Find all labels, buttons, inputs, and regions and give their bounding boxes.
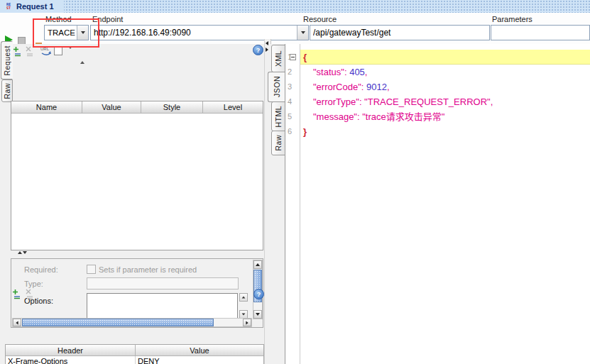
- col-value: Value: [82, 101, 141, 114]
- header-row[interactable]: X-Frame-Options DENY: [6, 356, 263, 364]
- required-hint: Sets if parameter is required: [99, 265, 197, 274]
- current-line-highlight: [300, 50, 590, 65]
- col-header: Header: [6, 345, 136, 356]
- method-select[interactable]: TRACE: [44, 25, 89, 40]
- tab-request-raw[interactable]: Raw: [1, 79, 13, 102]
- col-header-value: Value: [136, 345, 263, 356]
- options-scroll-up-icon[interactable]: [239, 293, 248, 302]
- method-dropdown-arrow-icon[interactable]: [77, 26, 88, 40]
- parameters-label: Parameters: [492, 15, 532, 23]
- tab-xml[interactable]: XML: [271, 45, 285, 72]
- endpoint-dropdown-arrow-icon[interactable]: [297, 26, 308, 40]
- code-line: 3"errorCode": 9012,: [285, 79, 590, 94]
- params-help-icon[interactable]: ?: [253, 45, 263, 55]
- remove-parameter-icon[interactable]: [26, 46, 36, 57]
- grid-view-icon[interactable]: [54, 47, 62, 55]
- tab-html[interactable]: HTML: [271, 101, 285, 131]
- options-field[interactable]: [87, 293, 238, 319]
- code-text: }: [303, 124, 307, 139]
- window-title: Request 1: [16, 2, 54, 11]
- rest-client-window: RE ST Request 1 Method Endpoint Resource…: [0, 0, 590, 364]
- response-headers-table: Header Value X-Frame-Options DENY Strict…: [5, 344, 264, 364]
- endpoint-combo: [90, 25, 309, 40]
- horizontal-scroll-thumb[interactable]: [22, 319, 214, 326]
- url-encode-icon[interactable]: URL: [40, 45, 53, 56]
- resource-combo: [310, 25, 490, 40]
- line-number: 2: [288, 65, 292, 79]
- parameter-details-panel: Required: Sets if parameter is required …: [11, 258, 263, 328]
- code-text: "errorType": "TRACE_REQUEST_ERROR",: [313, 94, 493, 109]
- line-number: 4: [288, 94, 292, 109]
- method-label: Method: [45, 15, 72, 23]
- scroll-up-icon[interactable]: [253, 260, 262, 269]
- header-name-cell[interactable]: X-Frame-Options: [6, 356, 136, 364]
- scroll-down-icon[interactable]: [253, 310, 262, 319]
- scroll-left-icon[interactable]: [13, 319, 21, 326]
- fold-toggle-icon[interactable]: [290, 54, 296, 60]
- scroll-right-icon[interactable]: [243, 319, 251, 326]
- line-number: 6: [288, 124, 292, 139]
- tab-json[interactable]: JSON: [268, 72, 285, 102]
- request-title-tab[interactable]: RE ST Request 1: [0, 0, 64, 13]
- resource-input[interactable]: [310, 28, 489, 38]
- code-line: 1{: [285, 50, 590, 65]
- collapse-right-icon[interactable]: [266, 48, 268, 52]
- header-value-cell[interactable]: DENY: [136, 356, 263, 364]
- col-level: Level: [203, 101, 263, 114]
- tab-response-raw[interactable]: Raw: [271, 131, 285, 155]
- parameters-table: Name Value Style Level: [11, 101, 263, 250]
- line-number: 5: [288, 109, 292, 124]
- type-label: Type:: [24, 280, 43, 288]
- code-text: "status": 405,: [313, 65, 367, 79]
- parameters-combo: [491, 25, 590, 40]
- request-toolbar: Method Endpoint Resource Parameters TRAC…: [0, 13, 590, 45]
- rest-icon: RE ST: [4, 2, 13, 11]
- response-tab-strip: XML JSON HTML Raw: [270, 44, 285, 364]
- details-horizontal-scrollbar[interactable]: [12, 318, 252, 327]
- required-checkbox[interactable]: [87, 265, 96, 274]
- type-field[interactable]: [87, 277, 239, 289]
- code-line: 2"status": 405,: [285, 65, 590, 79]
- endpoint-input[interactable]: [91, 28, 297, 38]
- method-value: TRACE: [45, 28, 77, 37]
- add-parameter-icon[interactable]: [13, 46, 24, 57]
- code-text: "message": "trace请求攻击异常": [313, 109, 444, 124]
- move-up-icon[interactable]: [80, 49, 91, 60]
- col-style: Style: [141, 101, 203, 114]
- code-line: 6}: [285, 124, 590, 139]
- parameters-input[interactable]: [491, 28, 590, 38]
- required-label: Required:: [24, 265, 58, 274]
- headers-table-header: Header Value: [6, 345, 263, 356]
- move-down-icon[interactable]: [68, 49, 79, 60]
- parameters-table-header: Name Value Style Level: [11, 101, 263, 114]
- code-text: "errorCode": 9012,: [313, 79, 390, 94]
- collapse-left-icon[interactable]: [266, 41, 268, 45]
- col-name: Name: [11, 101, 82, 114]
- code-text: {: [303, 50, 307, 65]
- code-line: 4"errorType": "TRACE_REQUEST_ERROR",: [285, 94, 590, 109]
- endpoint-label: Endpoint: [92, 15, 123, 23]
- remove-header-icon[interactable]: [26, 289, 36, 299]
- add-header-icon[interactable]: [13, 289, 23, 299]
- line-number: 3: [288, 79, 292, 94]
- resource-label: Resource: [303, 15, 337, 23]
- code-line: 5"message": "trace请求攻击异常": [285, 109, 590, 124]
- response-body-panel: 1{2"status": 405,3"errorCode": 9012,4"er…: [285, 44, 590, 364]
- panel-splitter-toggle[interactable]: [18, 251, 27, 254]
- tab-request[interactable]: Request: [1, 41, 13, 79]
- titlebar: RE ST Request 1: [0, 0, 590, 13]
- headers-help-icon[interactable]: ?: [253, 289, 264, 299]
- svg-text:URL: URL: [40, 47, 50, 51]
